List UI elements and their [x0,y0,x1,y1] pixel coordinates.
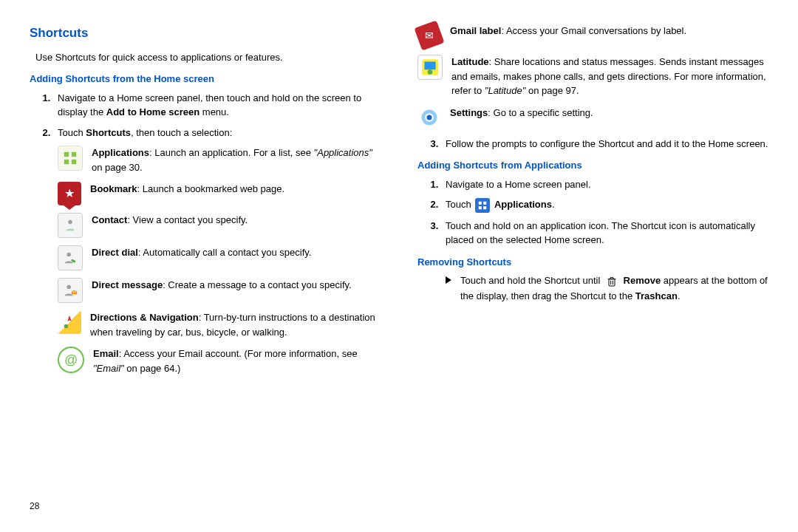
shortcut-direct-message: Direct message: Create a message to a co… [58,278,381,303]
svg-rect-15 [479,201,482,204]
shortcut-bookmark: ★ Bookmark: Launch a bookmarked web page… [58,182,381,205]
shortcut-email: @ Email: Access your Email account. (For… [58,347,381,375]
svg-rect-2 [64,160,69,164]
contact-icon [58,213,83,238]
directions-icon [58,310,81,334]
shortcut-latitude: Latitude: Share locations and status mes… [417,55,768,98]
svg-point-4 [68,220,72,225]
apps-step-2: Touch Applications. [441,197,768,213]
subheading-add-apps: Adding Shortcuts from Applications [417,158,768,173]
bookmark-icon: ★ [58,182,81,205]
direct-dial-icon [58,245,83,270]
svg-rect-0 [64,152,69,157]
svg-rect-1 [72,152,76,157]
svg-point-5 [66,253,71,257]
gmail-label-icon: ✉ [414,20,444,50]
shortcut-applications: Applications: Launch an application. For… [58,146,381,174]
step-1: Navigate to a Home screen panel, then to… [53,91,381,120]
applications-icon [58,146,83,171]
step-2: Touch Shortcuts, then touch a selection: [53,126,381,140]
apps-step-3: Touch and hold on an application icon. T… [441,219,768,248]
svg-rect-16 [483,201,486,204]
subheading-remove: Removing Shortcuts [417,255,768,270]
section-title-shortcuts: Shortcuts [30,24,381,43]
shortcut-direct-dial: Direct dial: Automatically call a contac… [58,245,381,270]
svg-rect-19 [609,279,615,285]
shortcut-contact: Contact: View a contact you specify. [58,213,381,238]
intro-text: Use Shortcuts for quick access to applic… [35,50,381,65]
shortcut-directions: Directions & Navigation: Turn-by-turn in… [58,310,381,339]
triangle-bullet-icon [446,276,451,284]
svg-rect-17 [479,206,482,209]
svg-point-6 [66,285,71,290]
svg-rect-18 [483,206,486,209]
page-number: 28 [30,499,39,513]
trashcan-icon [604,274,619,289]
svg-rect-10 [424,61,435,69]
svg-rect-3 [72,160,76,164]
direct-message-icon [58,278,83,303]
svg-point-8 [64,324,69,329]
subheading-add-home: Adding Shortcuts from the Home screen [30,72,381,86]
applications-grid-icon [475,198,490,213]
svg-point-14 [427,115,432,120]
latitude-icon [417,55,443,80]
step-3: Follow the prompts to configure the Shor… [441,137,768,151]
shortcut-gmail-label: ✉ Gmail label: Access your Gmail convers… [417,24,768,47]
shortcut-settings: Settings: Go to a specific setting. [417,106,768,129]
remove-bullet: Touch and hold the Shortcut until Remove… [446,273,768,303]
apps-step-1: Navigate to a Home screen panel. [441,177,768,192]
settings-icon [417,106,441,129]
svg-point-11 [428,69,433,75]
email-icon: @ [58,347,84,373]
